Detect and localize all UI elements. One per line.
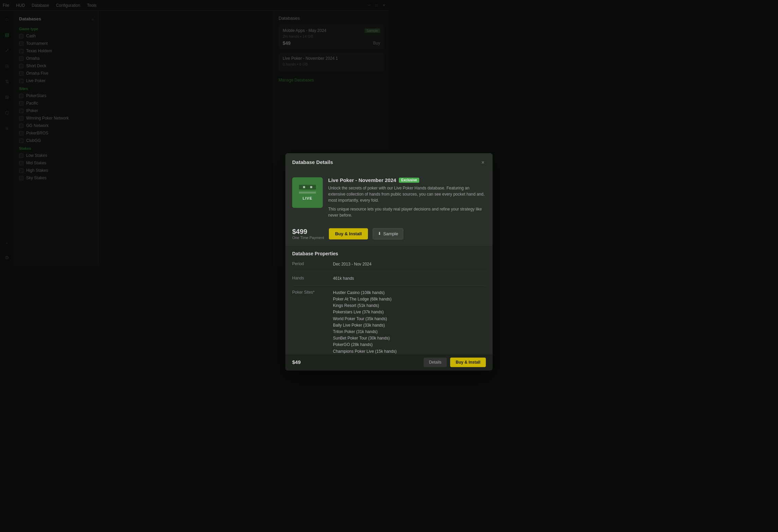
product-description2: This unique resource lets you study real… — [328, 206, 389, 218]
price-note: One Time Payment — [292, 236, 324, 240]
modal-title: Database Details — [292, 159, 333, 165]
database-properties-section: Database Properties Period Dec 2013 - No… — [285, 245, 389, 266]
buy-install-button[interactable]: Buy & Install — [329, 228, 368, 239]
download-icon: ⬇ — [378, 231, 381, 236]
product-info: Live Poker - November 2024 Exclusive Unl… — [328, 177, 389, 218]
db-props-title: Database Properties — [292, 251, 389, 256]
modal-product-section: LIVE Live Poker - November 2024 Exclusiv… — [285, 172, 389, 224]
product-name: Live Poker - November 2024 — [328, 177, 389, 183]
db-prop-period-row: Period Dec 2013 - Nov 2024 — [292, 261, 389, 266]
modal-purchase-section: $499 One Time Payment Buy & Install ⬇ Sa… — [285, 224, 389, 245]
modal-header: Database Details × — [285, 153, 389, 172]
product-price: $499 — [292, 228, 324, 236]
period-value: Dec 2013 - Nov 2024 — [333, 261, 389, 266]
product-thumbnail: LIVE — [292, 177, 323, 208]
product-description: Unlock the secrets of poker with our Liv… — [328, 185, 389, 203]
product-thumb-label: LIVE — [303, 196, 312, 200]
product-name-row: Live Poker - November 2024 Exclusive — [328, 177, 389, 183]
price-block: $499 One Time Payment — [292, 228, 324, 240]
database-details-modal: Database Details × LIVE Live Poker - Nov… — [285, 153, 389, 266]
sample-button[interactable]: ⬇ Sample — [373, 228, 389, 239]
period-label: Period — [292, 261, 326, 266]
